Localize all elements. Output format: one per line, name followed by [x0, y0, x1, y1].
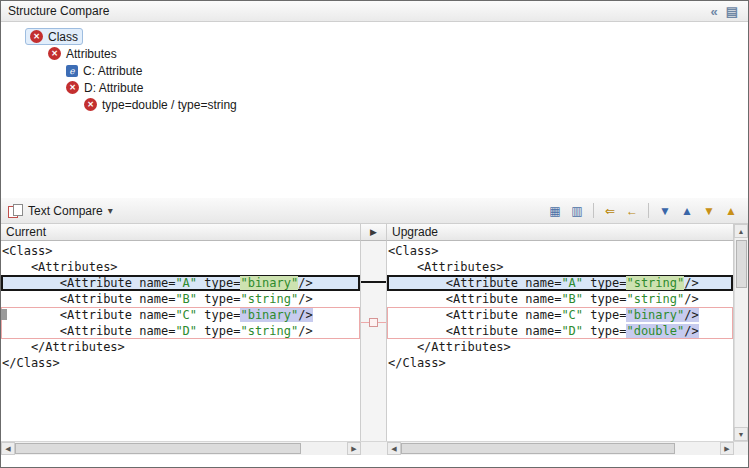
code-line[interactable]: <Attribute name="A" type="string"/> [387, 275, 733, 291]
code-token: <Attribute name= [2, 292, 175, 306]
conflict-change-icon: ✕ [30, 30, 43, 43]
code-token: "string" [626, 292, 684, 306]
code-token: <Attribute name= [388, 308, 561, 322]
code-line[interactable]: <Attribute name="C" type="binary"/> [387, 307, 733, 323]
code-line[interactable]: <Attribute name="B" type="string"/> [387, 291, 733, 307]
text-compare-title[interactable]: Text Compare [28, 204, 103, 218]
code-line[interactable]: </Attributes> [1, 339, 360, 355]
right-horizontal-scrollbar[interactable]: ◀ ▶ [387, 441, 734, 455]
vertical-scroll-track[interactable] [734, 238, 748, 427]
code-line[interactable]: </Class> [1, 355, 360, 371]
direction-arrow-icon[interactable]: ▶ [370, 227, 377, 237]
text-compare-icon [8, 204, 23, 217]
code-token: type= [583, 276, 626, 290]
code-line[interactable]: <Class> [1, 243, 360, 259]
text-compare-toolbar: ▦▥⇐←▼▲▼▲ [545, 202, 741, 220]
code-token: /> [298, 276, 312, 290]
right-code-pane[interactable]: <Class> <Attributes> <Attribute name="A"… [387, 241, 734, 441]
structure-compare-title: Structure Compare [8, 4, 109, 18]
code-line[interactable]: <Attributes> [1, 259, 360, 275]
code-token: <Attribute name= [2, 324, 175, 338]
code-token: type= [197, 276, 240, 290]
tree-item-label: C: Attribute [83, 64, 142, 78]
ancestor-pane-icon[interactable]: ▥ [567, 202, 587, 220]
tree-item-content: ✕D: Attribute [61, 79, 148, 96]
tree-item[interactable]: ✕D: Attribute [1, 79, 748, 96]
copy-current-right-to-left-icon[interactable]: ← [622, 202, 642, 220]
bottom-strip [1, 455, 748, 467]
tree-item[interactable]: ✕type=double / type=string [1, 96, 748, 113]
vertical-scrollbar[interactable]: ▲ ▼ [734, 224, 748, 441]
element-icon: e [66, 65, 78, 77]
code-token: "C" [175, 308, 197, 322]
scroll-right-button[interactable]: ▶ [720, 442, 734, 455]
horizontal-scroll-thumb[interactable] [15, 443, 301, 454]
tree-item-content: eC: Attribute [61, 62, 147, 79]
text-compare-header: Text Compare ▾ ▦▥⇐←▼▲▼▲ [1, 198, 748, 224]
diff-gutter [361, 241, 387, 441]
previous-difference-icon[interactable]: ▲ [677, 202, 697, 220]
code-token: "string" [240, 292, 298, 306]
horizontal-scroll-track[interactable] [15, 442, 347, 455]
chevron-down-icon[interactable]: ▾ [108, 205, 113, 216]
code-token: "A" [175, 276, 197, 290]
left-pane-header: Current [1, 224, 361, 241]
vertical-scroll-thumb[interactable] [736, 240, 747, 288]
scroll-down-button[interactable]: ▼ [734, 427, 748, 441]
code-token: type= [197, 292, 240, 306]
code-token: "binary" [626, 308, 684, 322]
structure-compare-tree: ✕Class✕AttributeseC: Attribute✕D: Attrib… [1, 22, 748, 198]
code-token: </Attributes> [2, 340, 125, 354]
code-token: /> [298, 308, 312, 322]
code-token: "B" [561, 292, 583, 306]
code-token: <Attributes> [2, 260, 118, 274]
code-line[interactable]: <Attributes> [387, 259, 733, 275]
left-code-pane[interactable]: <Class> <Attributes> <Attribute name="A"… [1, 241, 361, 441]
code-token: type= [583, 292, 626, 306]
horizontal-scroll-track[interactable] [401, 442, 720, 455]
next-change-icon[interactable]: ▼ [699, 202, 719, 220]
previous-change-icon[interactable]: ▲ [721, 202, 741, 220]
merge-view-icon[interactable]: ▦ [545, 202, 565, 220]
code-token: </Class> [2, 356, 60, 370]
tree-item-label: Class [48, 30, 78, 44]
code-line[interactable]: </Class> [387, 355, 733, 371]
code-token: /> [684, 276, 698, 290]
view-menu-icon[interactable]: ▤ [723, 4, 741, 19]
code-line[interactable]: <Class> [387, 243, 733, 259]
scroll-left-button[interactable]: ◀ [1, 442, 15, 455]
code-token: "binary" [240, 276, 298, 290]
code-token: "string" [240, 324, 298, 338]
code-line[interactable]: <Attribute name="C" type="binary"/> [1, 307, 360, 323]
code-line[interactable]: <Attribute name="B" type="string"/> [1, 291, 360, 307]
code-line[interactable]: </Attributes> [387, 339, 733, 355]
code-token: "double" [626, 324, 684, 338]
code-token: "binary" [240, 308, 298, 322]
scroll-left-button[interactable]: ◀ [387, 442, 401, 455]
tree-item[interactable]: eC: Attribute [1, 62, 748, 79]
conflict-change-icon: ✕ [66, 81, 79, 94]
code-line[interactable]: <Attribute name="A" type="binary"/> [1, 275, 360, 291]
left-horizontal-scrollbar[interactable]: ◀ ▶ [1, 441, 361, 455]
code-token: type= [583, 324, 626, 338]
code-line[interactable]: <Attribute name="D" type="string"/> [1, 323, 360, 339]
code-token: <Attribute name= [388, 276, 561, 290]
scroll-right-button[interactable]: ▶ [347, 442, 361, 455]
code-token: <Attribute name= [2, 276, 175, 290]
right-pane-header: Upgrade [387, 224, 734, 241]
change-merge-handle[interactable] [369, 318, 378, 327]
next-difference-icon[interactable]: ▼ [655, 202, 675, 220]
tree-item[interactable]: ✕Class [1, 28, 748, 45]
code-line[interactable]: <Attribute name="D" type="double"/> [387, 323, 733, 339]
code-token: type= [197, 308, 240, 322]
code-token: <Attributes> [388, 260, 504, 274]
code-token: "B" [175, 292, 197, 306]
tree-item-content: ✕Attributes [43, 45, 122, 62]
tree-item[interactable]: ✕Attributes [1, 45, 748, 62]
copy-all-right-to-left-icon[interactable]: ⇐ [600, 202, 620, 220]
horizontal-scroll-thumb[interactable] [401, 443, 675, 454]
tree-item-label: D: Attribute [84, 81, 143, 95]
collapse-icon[interactable]: « [705, 4, 723, 19]
conflict-change-icon: ✕ [84, 98, 97, 111]
scroll-up-button[interactable]: ▲ [734, 224, 748, 238]
